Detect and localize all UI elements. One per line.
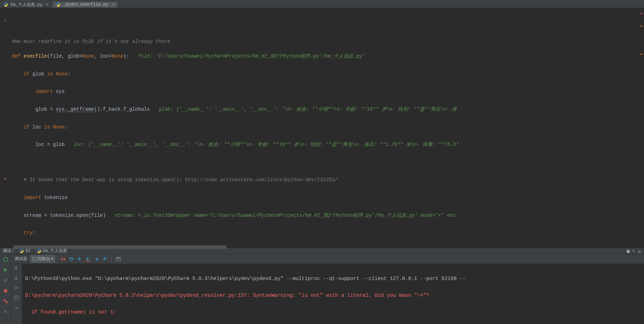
run-to-cursor-button[interactable]: I [102,256,108,262]
svg-point-1 [7,6,7,6]
code-area[interactable]: #We must redefine it in Py3k if it's not… [10,8,644,245]
tab-label: hm_个人信息.py [10,2,42,8]
step-over-button[interactable] [68,256,74,262]
svg-rect-6 [6,279,7,282]
python-file-icon [56,2,61,7]
python-file-icon [3,2,8,7]
gear-icon[interactable] [625,249,630,253]
download-icon[interactable] [637,249,642,253]
scroll-to-end-icon[interactable] [14,295,20,302]
close-icon[interactable]: × [112,2,115,7]
inlay-hint: glob: {'__name__': '__main__', '__doc__'… [150,106,457,112]
svg-text:I: I [105,256,107,259]
tab-hm-personal[interactable]: hm_个人信息.py × [0,2,52,8]
step-out-button[interactable] [93,256,100,262]
code-comment: #We must redefine it in Py3k if it's not… [12,39,170,44]
svg-rect-11 [86,261,90,262]
soft-wrap-icon[interactable] [14,286,20,292]
tab-pydev-execfile[interactable]: _pydev_execfile.py × [52,2,118,8]
editor-marker-stripe[interactable] [639,12,644,240]
svg-rect-5 [4,279,5,282]
svg-marker-4 [4,268,7,272]
stop-button[interactable] [2,287,9,295]
tab-label: _pydev_execfile.py [63,2,108,7]
python-icon [19,249,24,253]
editor-tabs: hm_个人信息.py × _pydev_execfile.py × [0,2,644,8]
code-comment: # It seems that the best way is using to… [12,177,338,183]
svg-rect-15 [14,296,18,300]
debug-panel: » 调试器 控制台 ▼ I [0,254,644,324]
more-icon[interactable]: » [2,308,9,316]
inlay-hint: file: 'C:/Users/huawei/PycharmProjects/h… [129,53,365,59]
chevron-down-icon[interactable]: ▾ [632,248,635,253]
debugger-tab[interactable]: 调试器 [13,255,29,263]
svg-point-9 [6,301,7,303]
more-icon[interactable]: » [14,305,20,311]
view-breakpoints-button[interactable] [2,297,9,305]
editor-horizontal-scrollbar[interactable] [10,245,644,248]
console-line: D:\Python38\python.exe "D:\pycharm\pycha… [25,274,641,283]
console-error-line: if found.get(name) is not 1: [25,308,641,316]
svg-rect-14 [117,258,120,259]
svg-point-8 [3,300,5,301]
svg-rect-13 [116,257,120,261]
svg-point-0 [5,3,5,3]
debug-toolbar: 调试器 控制台 ▼ I [11,254,644,264]
svg-point-3 [59,6,59,6]
debug-console[interactable]: D:\Python38\python.exe "D:\pycharm\pycha… [22,264,644,324]
console-icon [32,257,37,261]
close-icon[interactable]: × [46,2,49,7]
editor-gutter[interactable]: ⊟ ● [0,8,10,245]
show-execution-point-button[interactable] [60,256,66,262]
evaluate-expression-button[interactable] [115,256,122,262]
arrow-down-icon[interactable] [14,276,20,282]
chevron-down-icon: ▼ [51,257,53,261]
inlay-hint: stream: <_io.TextIOWrapper name='C:/User… [106,213,456,218]
console-left-rail: » [11,264,22,324]
python-icon [37,249,42,253]
arrow-up-icon[interactable] [14,266,20,272]
console-error-line: D:\pycharm\pycharm2020\PyCharm 5.0.3\hel… [25,291,641,300]
code-editor: ⊟ ● #We must redefine it in Py3k if it's… [0,8,644,245]
force-step-into-button[interactable] [85,256,91,262]
inlay-hint: loc: {'__name__': '__main__', '__doc__':… [65,142,459,147]
resume-button[interactable] [2,266,9,274]
console-tab[interactable]: 控制台 ▼ [30,255,55,263]
debug-left-rail: » [0,254,11,324]
svg-rect-7 [4,289,7,293]
svg-point-2 [57,3,58,3]
svg-rect-10 [32,257,36,261]
step-into-button[interactable] [76,256,83,262]
pause-button[interactable] [2,277,9,284]
rerun-button[interactable] [2,256,9,263]
